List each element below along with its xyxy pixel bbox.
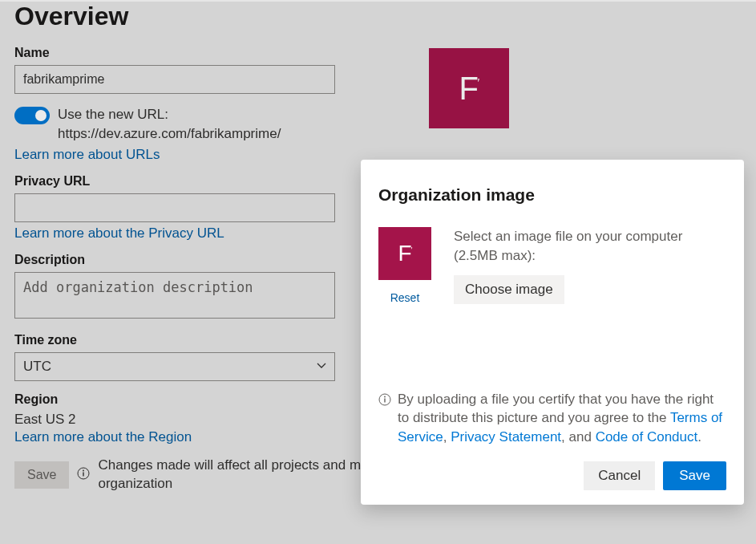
region-value: East US 2: [14, 412, 335, 428]
svg-rect-2: [83, 472, 84, 476]
reset-link[interactable]: Reset: [390, 291, 420, 304]
name-label: Name: [14, 46, 335, 60]
dialog-save-button[interactable]: Save: [663, 461, 726, 490]
timezone-select[interactable]: UTC: [14, 352, 335, 381]
privacy-url-input[interactable]: [14, 193, 335, 222]
region-label: Region: [14, 392, 335, 407]
learn-more-region-link[interactable]: Learn more about the Region: [14, 429, 192, 445]
page-title: Overview: [14, 2, 742, 31]
dialog-title: Organization image: [378, 185, 726, 205]
save-button[interactable]: Save: [14, 461, 69, 489]
description-input[interactable]: [14, 272, 335, 319]
privacy-statement-link[interactable]: Privacy Statement: [451, 429, 561, 445]
code-of-conduct-link[interactable]: Code of Conduct: [596, 429, 698, 445]
svg-point-4: [384, 396, 386, 397]
timezone-value: UTC: [23, 359, 51, 375]
avatar-letter: F′: [398, 241, 411, 266]
learn-more-urls-link[interactable]: Learn more about URLs: [14, 147, 160, 163]
choose-image-button[interactable]: Choose image: [454, 275, 564, 304]
learn-more-privacy-link[interactable]: Learn more about the Privacy URL: [14, 225, 224, 242]
url-toggle[interactable]: [14, 107, 50, 124]
privacy-url-label: Privacy URL: [14, 174, 335, 189]
svg-point-1: [83, 469, 85, 471]
dialog-avatar-preview: F′: [378, 227, 431, 280]
description-label: Description: [14, 253, 335, 267]
timezone-label: Time zone: [14, 333, 335, 347]
choose-instructions: Select an image file on your computer (2…: [454, 227, 726, 266]
cancel-button[interactable]: Cancel: [584, 461, 655, 490]
legal-text: By uploading a file you certify that you…: [398, 390, 726, 447]
name-input[interactable]: [14, 65, 335, 94]
url-toggle-label: Use the new URL: https://dev.azure.com/f…: [58, 105, 351, 144]
info-icon: [378, 392, 391, 412]
svg-rect-5: [384, 398, 385, 402]
info-icon: [77, 467, 90, 483]
organization-image-dialog: Organization image F′ Reset Select an im…: [361, 160, 744, 505]
organization-avatar[interactable]: F′: [429, 48, 509, 128]
avatar-letter: F′: [459, 71, 479, 107]
